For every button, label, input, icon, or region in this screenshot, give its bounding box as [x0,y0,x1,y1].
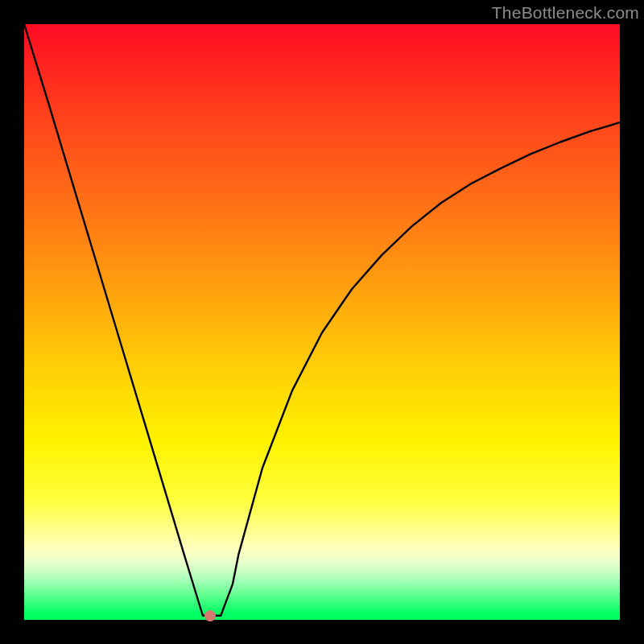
chart-frame: TheBottleneck.com [0,0,644,644]
curve-path [24,24,620,616]
minimum-marker [204,610,216,621]
watermark-text: TheBottleneck.com [492,3,639,23]
plot-area [24,24,620,620]
bottleneck-curve [24,24,620,620]
